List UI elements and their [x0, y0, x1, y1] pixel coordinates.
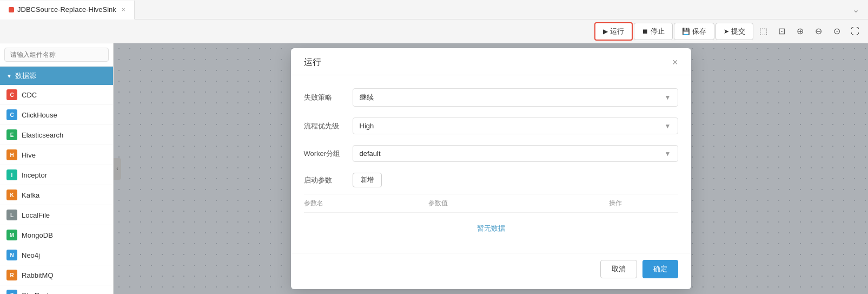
sidebar-item-kafka[interactable]: K Kafka — [0, 185, 113, 205]
sidebar-item-mongodb[interactable]: M MongoDB — [0, 225, 113, 245]
modal-backdrop: 运行 × 失败策略 继续 ▼ 流程优先级 High ▼ Worker分组 def… — [114, 43, 868, 294]
save-label: 保存 — [692, 27, 706, 36]
starrocks-icon: S — [6, 290, 17, 294]
modal-title: 运行 — [304, 57, 321, 68]
form-row-1: 流程优先级 High ▼ — [304, 117, 678, 134]
form-value-0: 继续 — [360, 93, 374, 102]
sidebar-search-area — [0, 43, 113, 67]
sidebar-section-header[interactable]: ▼ 数据源 — [0, 67, 113, 85]
fullscreen-icon[interactable]: ⛶ — [846, 23, 864, 40]
sidebar-item-rabbitmq[interactable]: R RabbitMQ — [0, 265, 113, 285]
neo4j-label: Neo4j — [22, 251, 40, 259]
params-section: 启动参数 新增 参数名 参数值 操作 暂无数据 — [304, 173, 678, 244]
elasticsearch-icon: E — [6, 129, 17, 140]
mongodb-label: MongoDB — [22, 231, 53, 239]
params-table: 参数名 参数值 操作 暂无数据 — [304, 194, 678, 244]
stop-button[interactable]: ⏹ 停止 — [634, 23, 673, 40]
kafka-icon: K — [6, 190, 17, 200]
sidebar-item-clickhouse[interactable]: C ClickHouse — [0, 105, 113, 125]
modal-close-button[interactable]: × — [672, 57, 678, 68]
save-button[interactable]: 💾 保存 — [674, 23, 714, 40]
modal-header: 运行 × — [291, 48, 691, 75]
fit-view-icon[interactable]: ⊡ — [773, 23, 790, 40]
rabbitmq-label: RabbitMQ — [22, 271, 54, 279]
sidebar: ▼ 数据源 C CDC C ClickHouse E Elasticsearch… — [0, 43, 114, 294]
stop-icon: ⏹ — [642, 28, 648, 35]
col-param-name: 参数名 — [304, 199, 429, 208]
params-label: 启动参数 — [304, 175, 353, 185]
submit-button[interactable]: ➤ 提交 — [715, 23, 753, 40]
params-empty-text: 暂无数据 — [304, 213, 678, 244]
col-param-value: 参数值 — [428, 199, 553, 208]
tab-close-icon[interactable]: × — [122, 6, 125, 14]
confirm-button[interactable]: 确定 — [642, 260, 678, 278]
sidebar-section: ▼ 数据源 C CDC C ClickHouse E Elasticsearch… — [0, 67, 113, 294]
form-value-1: High — [360, 122, 374, 130]
stop-label: 停止 — [651, 27, 665, 36]
sidebar-section-label: 数据源 — [15, 71, 36, 81]
zoom-in-icon[interactable]: ⊕ — [791, 23, 809, 40]
sidebar-item-elasticsearch[interactable]: E Elasticsearch — [0, 125, 113, 145]
form-row-2: Worker分组 default ▼ — [304, 145, 678, 162]
tab-bar: JDBCSource-Replace-HiveSink × ⌄ — [0, 0, 868, 19]
form-select-1[interactable]: High ▼ — [353, 117, 678, 134]
form-label-0: 失败策略 — [304, 93, 353, 102]
modal-footer: 取消 确定 — [291, 253, 691, 289]
canvas-area[interactable]: 运行 × 失败策略 继续 ▼ 流程优先级 High ▼ Worker分组 def… — [114, 43, 868, 294]
select-tool-icon[interactable]: ⬚ — [754, 23, 772, 40]
inceptor-icon: I — [6, 169, 17, 180]
form-label-2: Worker分组 — [304, 149, 353, 159]
run-button[interactable]: ▶ 运行 — [594, 22, 633, 41]
sidebar-items: C CDC C ClickHouse E Elasticsearch H Hiv… — [0, 85, 113, 294]
run-icon: ▶ — [603, 28, 608, 35]
submit-label: 提交 — [731, 27, 745, 36]
toolbar: ▶ 运行 ⏹ 停止 💾 保存 ➤ 提交 ⬚ ⊡ ⊕ ⊖ ⊙ ⛶ — [0, 19, 868, 43]
collapse-icon[interactable]: ⌄ — [848, 2, 864, 17]
tab-bar-left: JDBCSource-Replace-HiveSink × — [0, 0, 135, 19]
hive-icon: H — [6, 149, 17, 160]
col-param-action: 操作 — [553, 199, 678, 208]
form-select-0[interactable]: 继续 ▼ — [353, 88, 678, 107]
submit-icon: ➤ — [724, 28, 729, 35]
modal-fields: 失败策略 继续 ▼ 流程优先级 High ▼ Worker分组 default … — [304, 88, 678, 162]
chevron-down-icon: ▼ — [665, 94, 671, 101]
sidebar-item-localfile[interactable]: L LocalFile — [0, 205, 113, 225]
modal-body: 失败策略 继续 ▼ 流程优先级 High ▼ Worker分组 default … — [291, 75, 691, 253]
rabbitmq-icon: R — [6, 270, 17, 280]
localfile-label: LocalFile — [22, 211, 50, 219]
cdc-icon: C — [6, 89, 17, 100]
sidebar-item-cdc[interactable]: C CDC — [0, 85, 113, 105]
run-modal: 运行 × 失败策略 继续 ▼ 流程优先级 High ▼ Worker分组 def… — [291, 48, 691, 289]
elasticsearch-label: Elasticsearch — [22, 131, 63, 139]
zoom-out-icon[interactable]: ⊖ — [810, 23, 827, 40]
kafka-label: Kafka — [22, 191, 39, 199]
tab-item[interactable]: JDBCSource-Replace-HiveSink × — [0, 1, 135, 19]
sidebar-item-inceptor[interactable]: I Inceptor — [0, 165, 113, 185]
form-select-2[interactable]: default ▼ — [353, 145, 678, 162]
run-label: 运行 — [610, 27, 624, 36]
chevron-down-icon: ▼ — [665, 122, 671, 130]
starrocks-label: StarRocks — [22, 291, 54, 295]
add-param-button[interactable]: 新增 — [353, 173, 382, 187]
cancel-button[interactable]: 取消 — [600, 260, 637, 278]
main-layout: ▼ 数据源 C CDC C ClickHouse E Elasticsearch… — [0, 43, 868, 294]
form-row-0: 失败策略 继续 ▼ — [304, 88, 678, 107]
section-arrow-icon: ▼ — [6, 73, 12, 79]
params-header: 启动参数 新增 — [304, 173, 678, 187]
search-input[interactable] — [4, 48, 109, 62]
save-icon: 💾 — [682, 28, 690, 35]
zoom-reset-icon[interactable]: ⊙ — [828, 23, 845, 40]
tab-dot-icon — [9, 7, 14, 12]
sidebar-item-starrocks[interactable]: S StarRocks — [0, 285, 113, 294]
form-value-2: default — [360, 149, 381, 158]
tab-label: JDBCSource-Replace-HiveSink — [17, 5, 116, 14]
clickhouse-label: ClickHouse — [22, 111, 57, 119]
mongodb-icon: M — [6, 230, 17, 240]
inceptor-label: Inceptor — [22, 171, 47, 179]
sidebar-item-neo4j[interactable]: N Neo4j — [0, 245, 113, 265]
tab-bar-right: ⌄ — [848, 2, 868, 17]
sidebar-item-hive[interactable]: H Hive — [0, 145, 113, 165]
chevron-down-icon: ▼ — [665, 150, 671, 158]
form-label-1: 流程优先级 — [304, 121, 353, 131]
params-table-header: 参数名 参数值 操作 — [304, 194, 678, 213]
